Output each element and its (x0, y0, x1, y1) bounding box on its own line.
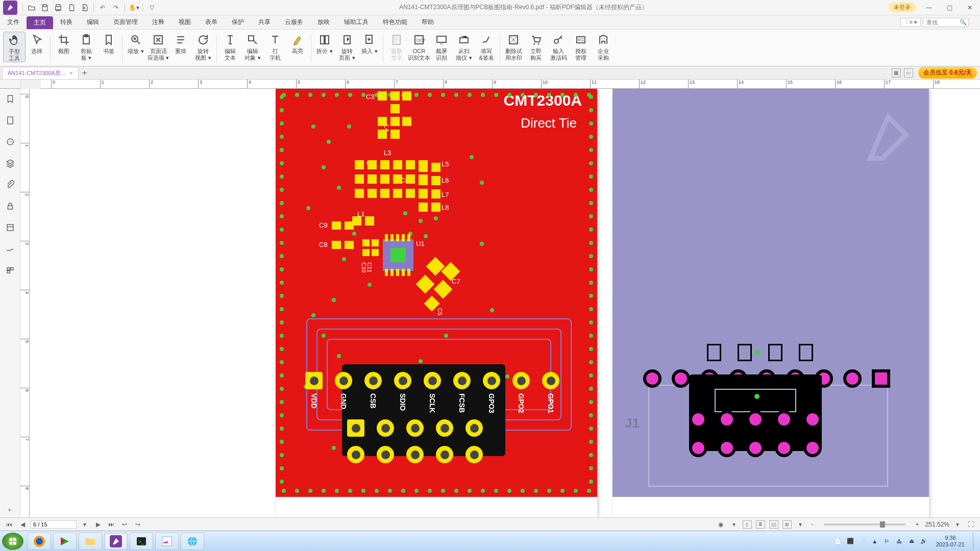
tray-icon-2[interactable]: ⬛ (846, 537, 854, 545)
panel-expand-icon[interactable]: ▸ (9, 507, 11, 512)
zoom-value[interactable]: 251.52% (925, 521, 949, 528)
menu-主页[interactable]: 主页 (27, 16, 53, 29)
comments-panel-icon[interactable] (4, 136, 16, 148)
view-grid-icon[interactable]: ▦ (892, 68, 901, 78)
first-page-button[interactable]: ⏮ (4, 521, 14, 528)
menu-特色功能[interactable]: 特色功能 (376, 15, 414, 29)
fit-dd-icon[interactable]: ▾ (729, 521, 739, 528)
tray-icon-flag[interactable]: 🏳 (883, 537, 891, 545)
menu-云服务[interactable]: 云服务 (278, 15, 310, 29)
taskbar-app-browser[interactable] (181, 533, 204, 550)
view-facing-cont-icon[interactable]: ⊞ (782, 520, 792, 529)
more-panel-icon[interactable] (4, 264, 16, 277)
tool-reflow[interactable]: 重排 (169, 32, 192, 55)
start-button[interactable] (2, 533, 23, 550)
page-dropdown-icon[interactable]: ▾ (80, 521, 90, 528)
tool-hand[interactable]: 手型 工具 (3, 32, 26, 62)
search-icon[interactable]: 🔍 (960, 19, 967, 26)
last-page-button[interactable]: ⏭ (106, 521, 116, 528)
tool-highlight[interactable]: 高亮 (286, 32, 309, 55)
nav-fwd-button[interactable]: ↪ (133, 521, 143, 528)
new-doc-icon[interactable] (65, 1, 78, 14)
tool-watermark[interactable]: 删除试 用水印 (502, 32, 525, 61)
menu-文件[interactable]: 文件 (0, 15, 27, 29)
taskbar-clock[interactable]: 9:38 2023-07-21 (936, 535, 965, 548)
zoom-slider[interactable] (824, 523, 905, 525)
taskbar-app-firefox[interactable] (28, 533, 51, 550)
pages-panel-icon[interactable] (4, 114, 16, 127)
tool-enterprise[interactable]: 企业 采购 (592, 32, 615, 61)
menu-共享[interactable]: 共享 (251, 15, 278, 29)
tool-cursor[interactable]: 选择 (26, 32, 48, 55)
menu-辅助工具[interactable]: 辅助工具 (337, 15, 376, 29)
fields-panel-icon[interactable] (4, 221, 16, 234)
minimize-button[interactable]: ― (919, 0, 939, 15)
zoom-minus-button[interactable]: - (808, 521, 817, 528)
signature-panel-icon[interactable] (4, 243, 16, 255)
qat-dropdown-icon[interactable]: ▽ (145, 1, 158, 14)
redo-icon[interactable]: ↷ (109, 1, 122, 14)
menu-页面管理[interactable]: 页面管理 (106, 15, 145, 29)
tool-clipboard[interactable]: 剪贴 板 ▾ (75, 32, 97, 61)
menu-表单[interactable]: 表单 (198, 15, 225, 29)
tool-insert[interactable]: 插入 ▾ (358, 32, 381, 55)
attachments-panel-icon[interactable] (4, 179, 16, 191)
login-status-badge[interactable]: 未登录 (889, 3, 916, 12)
document-tab[interactable]: AN141-CMT2300A原... × (2, 67, 79, 79)
tool-scanner[interactable]: 从扫 描仪 ▾ (453, 32, 475, 61)
taskbar-app-2[interactable] (53, 533, 77, 550)
view-facing-icon[interactable]: ▯▯ (769, 520, 778, 529)
tray-icon-net[interactable]: 🖧 (895, 537, 903, 545)
zoom-slider-thumb[interactable] (880, 521, 885, 528)
search-scope-dropdown[interactable]: ⋮≡ ▾ (900, 18, 921, 27)
view-dd-icon[interactable]: ▾ (795, 521, 805, 528)
tool-split[interactable]: 拆分 ▾ (313, 32, 336, 55)
menu-保护[interactable]: 保护 (225, 15, 251, 29)
page-number-input[interactable] (31, 520, 77, 529)
menu-注释[interactable]: 注释 (145, 15, 172, 29)
taskbar-app-terminal[interactable]: >_ (130, 533, 153, 550)
taskbar-app-explorer[interactable] (79, 533, 102, 550)
open-icon[interactable] (25, 1, 38, 14)
tray-icon-1[interactable]: 📄 (834, 537, 842, 545)
tray-icon-vol[interactable]: 🔊 (920, 537, 928, 545)
taskbar-app-paint[interactable] (155, 533, 179, 550)
menu-视图[interactable]: 视图 (172, 15, 198, 29)
bookmark-panel-icon[interactable] (4, 93, 16, 105)
close-button[interactable]: ✕ (960, 0, 980, 15)
tray-icon-help[interactable]: ❔ (859, 537, 867, 545)
maximize-button[interactable]: ▢ (939, 0, 960, 15)
undo-icon[interactable]: ↶ (96, 1, 109, 14)
tool-cart[interactable]: 立即 购买 (525, 32, 547, 61)
view-single-icon[interactable]: ▭ (904, 68, 913, 78)
view-single-icon[interactable]: ▯ (743, 520, 752, 529)
menu-放映[interactable]: 放映 (310, 15, 337, 29)
tool-license[interactable]: 授权 管理 (570, 32, 592, 61)
new-tab-button[interactable]: + (79, 68, 91, 78)
tray-icon-usb[interactable]: ⏏ (908, 537, 916, 545)
zoom-dd-icon[interactable]: ▾ (952, 521, 963, 528)
menu-转换[interactable]: 转换 (53, 15, 80, 29)
tool-crop[interactable]: 截图 (53, 32, 75, 55)
layers-panel-icon[interactable] (4, 157, 16, 169)
tool-key[interactable]: 输入 激活码 (547, 32, 570, 61)
taskbar-app-foxit[interactable] (104, 533, 128, 550)
tool-zoom[interactable]: 缩放 ▾ (125, 32, 147, 55)
tool-rotate-page[interactable]: 旋转 页面 ▾ (336, 32, 358, 61)
show-desktop-button[interactable] (973, 533, 978, 550)
fit-visible-icon[interactable]: ◉ (716, 521, 726, 528)
tool-fit[interactable]: 页面适 应选项 ▾ (147, 32, 169, 61)
nav-back-button[interactable]: ↩ (119, 521, 130, 528)
tool-sign[interactable]: 填写 &签名 (475, 32, 498, 61)
tab-close-icon[interactable]: × (69, 70, 72, 76)
tool-screen-ocr[interactable]: 截屏 识别 (430, 32, 453, 61)
print-icon[interactable] (52, 1, 65, 14)
tool-ocr[interactable]: OCROCR 识别文本 (408, 32, 430, 61)
fullscreen-icon[interactable]: ⛶ (966, 521, 976, 528)
save-icon[interactable] (38, 1, 52, 14)
security-panel-icon[interactable] (4, 200, 16, 212)
tool-rotate[interactable]: 旋转 视图 ▾ (192, 32, 214, 61)
tool-type[interactable]: 打 字机 (264, 32, 286, 61)
tool-edit-obj[interactable]: 编辑 对象 ▾ (241, 32, 264, 61)
menu-帮助[interactable]: 帮助 (414, 15, 441, 29)
